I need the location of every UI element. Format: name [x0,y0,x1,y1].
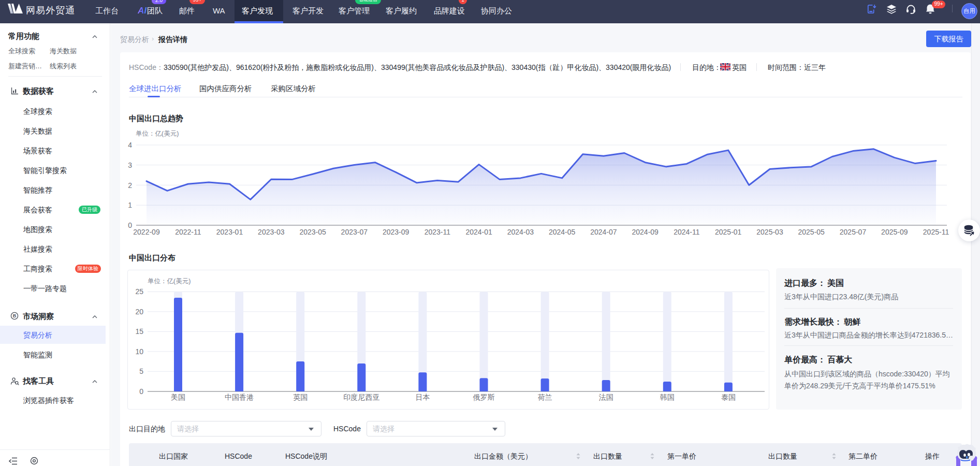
svg-text:荷兰: 荷兰 [538,393,552,401]
svg-text:2025-07: 2025-07 [840,228,867,236]
svg-text:2024-07: 2024-07 [590,228,617,236]
svg-text:法国: 法国 [599,393,613,401]
svg-text:英国: 英国 [293,393,308,401]
svg-text:2023-03: 2023-03 [258,228,285,236]
svg-text:印度尼西亚: 印度尼西亚 [343,393,379,401]
svg-text:2024-05: 2024-05 [549,228,576,236]
svg-text:单位：亿(美元): 单位：亿(美元) [148,278,191,285]
svg-text:5: 5 [139,367,143,375]
svg-text:20: 20 [135,308,143,316]
svg-text:泰国: 泰国 [721,393,736,401]
svg-text:2023-07: 2023-07 [341,228,368,236]
svg-text:俄罗斯: 俄罗斯 [473,393,495,401]
svg-text:10: 10 [135,347,143,356]
svg-text:韩国: 韩国 [660,393,675,401]
svg-text:2025-01: 2025-01 [715,228,742,236]
svg-text:0: 0 [139,387,143,396]
svg-text:2023-11: 2023-11 [425,228,451,236]
svg-text:单位：亿(美元): 单位：亿(美元) [136,130,179,137]
svg-text:2023-05: 2023-05 [299,228,326,236]
svg-text:美国: 美国 [171,393,185,401]
svg-text:15: 15 [135,327,143,336]
svg-text:2024-09: 2024-09 [632,228,659,236]
svg-text:2023-09: 2023-09 [383,228,409,236]
svg-text:2024-11: 2024-11 [674,228,700,236]
svg-text:25: 25 [135,287,143,296]
svg-text:中国香港: 中国香港 [225,393,254,401]
svg-text:2023-01: 2023-01 [216,228,243,236]
svg-text:3: 3 [128,161,132,169]
svg-text:4: 4 [128,141,132,149]
svg-text:日本: 日本 [415,393,430,401]
svg-text:2: 2 [128,181,132,190]
svg-text:2025-09: 2025-09 [881,228,908,236]
svg-text:2025-05: 2025-05 [798,228,825,236]
svg-text:2022-09: 2022-09 [133,228,160,236]
svg-text:2025-03: 2025-03 [756,228,783,236]
svg-text:0: 0 [128,221,132,229]
svg-text:1: 1 [128,201,132,209]
svg-text:B: B [13,313,17,318]
svg-text:2024-03: 2024-03 [507,228,534,236]
svg-text:2025-11: 2025-11 [923,228,949,236]
svg-text:2022-11: 2022-11 [175,228,201,236]
svg-text:2024-01: 2024-01 [465,228,492,236]
